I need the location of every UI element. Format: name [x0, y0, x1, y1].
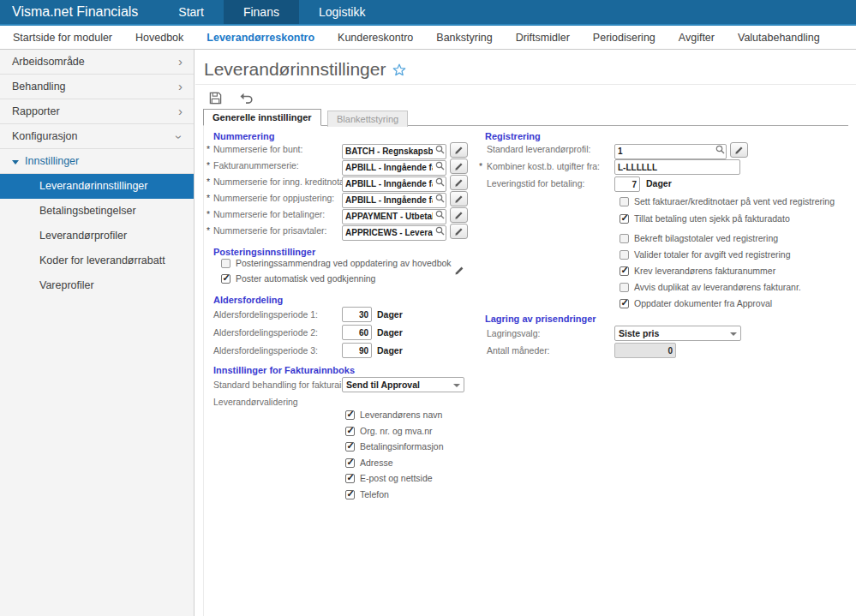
app-brand: Visma.net Financials: [0, 0, 159, 24]
checkbox-icon[interactable]: [345, 474, 355, 483]
pencil-icon: [454, 162, 464, 171]
sidebar-item-leverandorprofiler[interactable]: Leverandørprofiler: [0, 224, 194, 248]
sidebar-item-behandling[interactable]: Behandling ›: [0, 75, 194, 99]
search-icon[interactable]: [435, 177, 445, 187]
sidebar-item-innstillinger[interactable]: Innstillinger: [0, 149, 194, 174]
checkbox-icon[interactable]: [620, 266, 629, 276]
field-label: Nummerserie for betalinger:: [213, 209, 325, 219]
save-button[interactable]: [207, 90, 224, 105]
lookup-field-prisavtaler: [342, 224, 446, 239]
sidebar-item-rapporter[interactable]: Rapporter ›: [0, 99, 194, 124]
sidebar-item-konfigurasjon[interactable]: Konfigurasjon ›: [0, 124, 194, 149]
checkbox-telefon[interactable]: Telefon: [345, 489, 389, 499]
kombiner-input[interactable]: [614, 159, 740, 175]
modulenav-driftsmidler[interactable]: Driftsmidler: [516, 32, 570, 44]
edit-button[interactable]: [450, 191, 468, 206]
sidebar-item-vareprofiler[interactable]: Vareprofiler: [0, 273, 194, 298]
modulenav-avgifter[interactable]: Avgifter: [679, 32, 715, 44]
checkbox-icon[interactable]: [221, 274, 230, 284]
checkbox-icon[interactable]: [221, 259, 230, 268]
search-icon[interactable]: [435, 194, 445, 203]
topnav-tab-start[interactable]: Start: [159, 0, 224, 24]
modulenav-kundereskontro[interactable]: Kundereskontro: [338, 32, 413, 44]
sidebar-item-label: Behandling: [12, 81, 66, 93]
edit-button[interactable]: [450, 142, 468, 158]
checkbox-icon[interactable]: [345, 458, 355, 468]
search-icon[interactable]: [435, 161, 445, 170]
search-icon[interactable]: [435, 226, 445, 236]
fakturainnboks-behandling-select[interactable]: Send til Approval: [342, 377, 464, 392]
edit-button[interactable]: [450, 224, 468, 239]
modulenav-hovedbok[interactable]: Hovedbok: [135, 32, 183, 44]
checkbox-sett-pa-vent[interactable]: Sett fakturaer/kreditnotaer på vent ved …: [620, 196, 835, 206]
lookup-input[interactable]: [342, 225, 446, 241]
pencil-icon: [454, 227, 464, 236]
leveringstid-input[interactable]: [614, 176, 640, 192]
edit-button[interactable]: [450, 175, 468, 190]
required-marker: *: [207, 160, 210, 170]
checkbox-icon[interactable]: [620, 234, 629, 243]
modulenav-startside[interactable]: Startside for moduler: [13, 32, 112, 44]
aging-period-3-input[interactable]: [342, 343, 372, 358]
checkbox-icon[interactable]: [620, 197, 629, 206]
main-content: Leverandørinnstillinger Generelle innsti…: [195, 50, 856, 616]
checkbox-label: Betalingsinformasjon: [360, 441, 443, 452]
modulenav-bankstyring[interactable]: Bankstyring: [436, 32, 492, 44]
lagringsvalg-select[interactable]: Siste pris: [614, 326, 741, 341]
modulenav-valutabehandling[interactable]: Valutabehandling: [738, 32, 820, 44]
checkbox-oppdater-dokumenter[interactable]: Oppdater dokumenter fra Approval: [620, 298, 772, 308]
lookup-input[interactable]: [342, 144, 446, 159]
search-icon[interactable]: [435, 210, 445, 219]
lookup-input[interactable]: [342, 209, 446, 224]
modulenav-periodisering[interactable]: Periodisering: [593, 32, 655, 44]
modulenav-leverandorreskontro[interactable]: Leverandørreskontro: [207, 32, 314, 44]
checkbox-label: Org. nr. og mva.nr: [360, 426, 433, 436]
tab-blankettstyring[interactable]: Blankettstyring: [327, 111, 408, 127]
checkbox-avvis-duplikat[interactable]: Avvis duplikat av leverandørens fakturan…: [620, 282, 801, 292]
checkbox-icon[interactable]: [620, 283, 629, 292]
checkbox-tillat-betaling[interactable]: Tillat betaling uten sjekk på fakturadat…: [620, 213, 790, 224]
search-icon[interactable]: [435, 145, 445, 154]
sidebar-item-arbeidsomrade[interactable]: Arbeidsområde ›: [0, 50, 194, 75]
topnav-tab-finans[interactable]: Finans: [224, 0, 299, 24]
aging-period-2-input[interactable]: [342, 325, 372, 340]
checkbox-betalingsinformasjon[interactable]: Betalingsinformasjon: [345, 441, 443, 452]
edit-button[interactable]: [454, 264, 464, 279]
tab-generelle-innstillinger[interactable]: Generelle innstillinger: [203, 109, 321, 126]
sidebar-item-koder-for-leverandorrabatt[interactable]: Koder for leverandørrabatt: [0, 248, 194, 273]
lookup-input[interactable]: [342, 160, 446, 176]
section-header-fakturainnboks: Innstillinger for Fakturainnboks: [213, 365, 355, 375]
checkbox-bekreft-bilagstotaler[interactable]: Bekreft bilagstotaler ved registrering: [620, 233, 778, 243]
topnav-tab-logistikk[interactable]: Logistikk: [299, 0, 385, 24]
search-icon[interactable]: [715, 145, 725, 154]
favorite-star-icon[interactable]: [392, 63, 406, 76]
lookup-input[interactable]: [342, 193, 446, 208]
field-label: Nummerserie for inng. kreditnota:: [213, 176, 347, 187]
edit-button[interactable]: [450, 207, 468, 223]
checkbox-icon[interactable]: [345, 442, 355, 452]
checkbox-epost-nettside[interactable]: E-post og nettside: [345, 473, 433, 483]
checkbox-icon[interactable]: [345, 427, 355, 436]
checkbox-icon[interactable]: [620, 299, 629, 308]
checkbox-label: Bekreft bilagstotaler ved registrering: [634, 233, 778, 243]
checkbox-icon[interactable]: [620, 214, 629, 224]
checkbox-adresse[interactable]: Adresse: [345, 458, 393, 468]
checkbox-org-nr[interactable]: Org. nr. og mva.nr: [345, 426, 433, 436]
undo-button[interactable]: [238, 90, 255, 105]
checkbox-poster-automatisk[interactable]: Poster automatisk ved godkjenning: [221, 273, 375, 284]
checkbox-posteringssammendrag[interactable]: Posteringssammendrag ved oppdatering av …: [221, 258, 452, 268]
sidebar-item-leverandorinnstillinger[interactable]: Leverandørinnstillinger: [0, 174, 194, 199]
checkbox-valider-totaler[interactable]: Valider totaler for avgift ved registrer…: [620, 249, 790, 260]
checkbox-icon[interactable]: [620, 250, 629, 260]
sidebar-item-label: Innstillinger: [25, 155, 79, 167]
checkbox-krev-fakturanummer[interactable]: Krev leverandørens fakturanummer: [620, 266, 775, 276]
checkbox-icon[interactable]: [345, 410, 355, 420]
edit-button[interactable]: [450, 158, 468, 174]
checkbox-icon[interactable]: [345, 490, 355, 499]
sidebar-item-betalingsbetingelser[interactable]: Betalingsbetingelser: [0, 199, 194, 224]
lookup-input[interactable]: [614, 144, 727, 159]
edit-button[interactable]: [730, 142, 748, 158]
aging-period-1-input[interactable]: [342, 307, 372, 322]
checkbox-leverandorens-navn[interactable]: Leverandørens navn: [345, 410, 442, 420]
lookup-input[interactable]: [342, 176, 446, 192]
